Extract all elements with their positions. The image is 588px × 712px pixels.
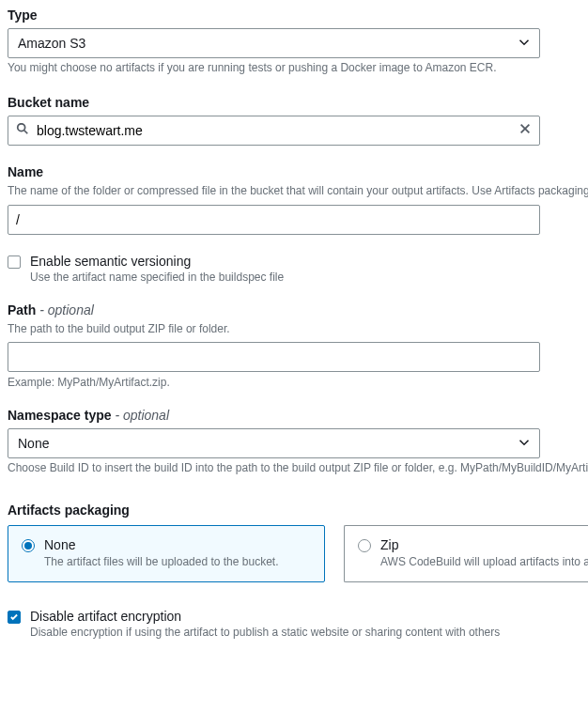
radio-icon bbox=[22, 539, 35, 552]
type-select[interactable]: Amazon S3 bbox=[8, 28, 540, 58]
bucket-input[interactable] bbox=[33, 123, 515, 138]
type-help: You might choose no artifacts if you are… bbox=[8, 60, 588, 76]
packaging-label: Artifacts packaging bbox=[8, 503, 588, 518]
path-label: Path - optional bbox=[8, 302, 588, 317]
caret-down-icon bbox=[518, 36, 530, 51]
namespace-help: Choose Build ID to insert the build ID i… bbox=[8, 460, 588, 476]
semantic-versioning-sub: Use the artifact name specified in the b… bbox=[30, 271, 284, 284]
disable-encryption-sub: Disable encryption if using the artifact… bbox=[30, 626, 500, 639]
bucket-label: Bucket name bbox=[8, 95, 588, 110]
type-label: Type bbox=[8, 8, 588, 23]
path-input[interactable] bbox=[8, 342, 540, 372]
namespace-select[interactable]: None bbox=[8, 428, 540, 458]
caret-down-icon bbox=[518, 436, 530, 451]
packaging-none-title: None bbox=[44, 537, 278, 552]
packaging-none-sub: The artifact files will be uploaded to t… bbox=[44, 554, 278, 570]
packaging-option-none[interactable]: None The artifact files will be uploaded… bbox=[8, 525, 325, 582]
path-example: Example: MyPath/MyArtifact.zip. bbox=[8, 376, 588, 389]
semantic-versioning-checkbox[interactable] bbox=[8, 255, 21, 269]
name-help: The name of the folder or compressed fil… bbox=[8, 183, 588, 199]
name-input[interactable] bbox=[8, 205, 540, 235]
packaging-zip-title: Zip bbox=[380, 537, 588, 552]
namespace-label: Namespace type - optional bbox=[8, 408, 588, 423]
svg-point-0 bbox=[18, 124, 25, 132]
semantic-versioning-title: Enable semantic versioning bbox=[30, 254, 284, 269]
packaging-option-zip[interactable]: Zip AWS CodeBuild will upload artifacts … bbox=[344, 525, 588, 582]
disable-encryption-checkbox[interactable] bbox=[8, 611, 21, 624]
svg-line-1 bbox=[24, 131, 28, 134]
type-select-value: Amazon S3 bbox=[18, 36, 85, 51]
clear-icon[interactable] bbox=[518, 122, 532, 138]
disable-encryption-title: Disable artifact encryption bbox=[30, 609, 500, 624]
radio-icon bbox=[358, 539, 371, 552]
path-help: The path to the build output ZIP file or… bbox=[8, 321, 588, 337]
packaging-zip-sub: AWS CodeBuild will upload artifacts into… bbox=[380, 554, 588, 570]
search-icon bbox=[16, 122, 29, 138]
bucket-input-wrap[interactable] bbox=[8, 116, 540, 146]
namespace-select-value: None bbox=[18, 436, 49, 451]
name-label: Name bbox=[8, 164, 588, 179]
